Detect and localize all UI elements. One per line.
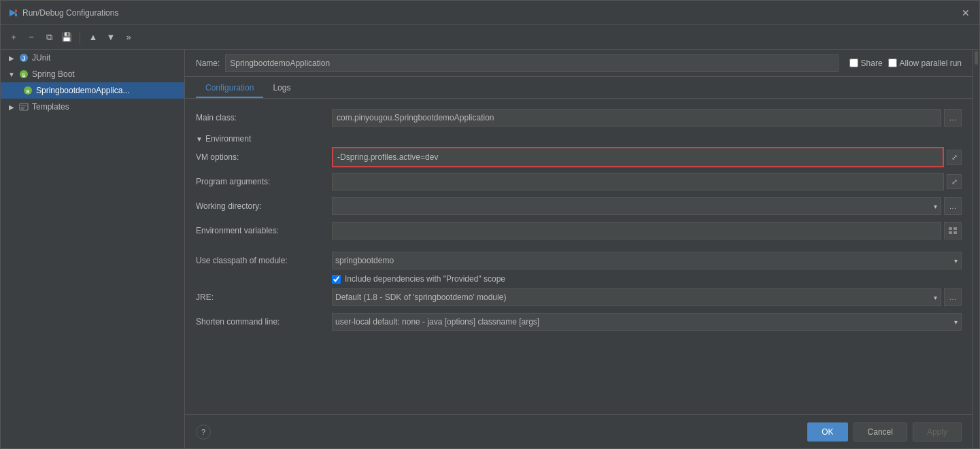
sidebar-item-label: SpringbootdemoApplica... bbox=[36, 86, 129, 95]
sidebar-item-label: Templates bbox=[32, 102, 69, 112]
close-button[interactable]: ✕ bbox=[959, 6, 973, 20]
svg-rect-13 bbox=[949, 227, 952, 230]
parallel-checkbox[interactable] bbox=[888, 59, 897, 67]
expand-icon: ▶ bbox=[6, 101, 17, 112]
jre-select[interactable]: Default (1.8 - SDK of 'springbootdemo' m… bbox=[332, 288, 941, 306]
toolbar-separator bbox=[80, 31, 80, 44]
env-vars-row: Environment variables: bbox=[196, 220, 962, 242]
jre-browse-button[interactable]: … bbox=[944, 288, 962, 306]
env-vars-label: Environment variables: bbox=[196, 226, 332, 235]
parallel-label: Allow parallel run bbox=[900, 59, 962, 68]
vm-options-expand-button[interactable]: ⤢ bbox=[947, 150, 962, 165]
environment-label: Environment bbox=[205, 134, 251, 144]
parallel-checkbox-label[interactable]: Allow parallel run bbox=[888, 59, 962, 68]
working-dir-browse-button[interactable]: … bbox=[944, 197, 962, 215]
sidebar-item-springboot[interactable]: ▼ S Spring Boot bbox=[1, 66, 184, 82]
shorten-cmd-select-wrapper: user-local default: none - java [options… bbox=[332, 313, 962, 331]
vm-options-input[interactable] bbox=[333, 148, 943, 166]
share-checkbox[interactable] bbox=[849, 59, 858, 67]
main-class-control: … bbox=[332, 109, 962, 127]
name-bar: Name: Share Allow parallel run bbox=[185, 50, 973, 77]
classpath-row: Use classpath of module: springbootdemo bbox=[196, 250, 962, 271]
run-debug-dialog: Run/Debug Configurations ✕ + − ⧉ 💾 ▲ ▼ »… bbox=[0, 0, 980, 449]
working-dir-control: … bbox=[332, 197, 962, 215]
name-input[interactable] bbox=[225, 54, 838, 72]
main-class-input[interactable] bbox=[332, 109, 941, 127]
help-button[interactable]: ? bbox=[196, 425, 211, 439]
classpath-select[interactable]: springbootdemo bbox=[332, 252, 962, 269]
sidebar-item-label: JUnit bbox=[32, 53, 50, 63]
vm-options-control: ⤢ bbox=[332, 147, 962, 167]
main-class-label: Main class: bbox=[196, 113, 332, 122]
save-button[interactable]: 💾 bbox=[59, 30, 74, 45]
program-args-expand-button[interactable]: ⤢ bbox=[947, 174, 962, 189]
move-down-button[interactable]: ▼ bbox=[103, 30, 118, 45]
title-bar: Run/Debug Configurations ✕ bbox=[1, 1, 979, 25]
include-deps-row: Include dependencies with "Provided" sco… bbox=[332, 274, 962, 284]
tab-configuration[interactable]: Configuration bbox=[196, 79, 263, 98]
name-label: Name: bbox=[196, 59, 220, 68]
springboot-icon: S bbox=[18, 69, 29, 80]
svg-rect-15 bbox=[949, 231, 952, 234]
jre-label: JRE: bbox=[196, 293, 332, 302]
tab-logs[interactable]: Logs bbox=[263, 79, 300, 98]
config-content: Main class: … ▼ Environment VM options: bbox=[185, 99, 973, 414]
main-class-browse-button[interactable]: … bbox=[944, 109, 962, 127]
toolbar: + − ⧉ 💾 ▲ ▼ » bbox=[1, 25, 979, 50]
templates-icon bbox=[18, 101, 29, 112]
vm-options-row: VM options: ⤢ bbox=[196, 146, 962, 168]
sidebar-item-templates[interactable]: ▶ Templates bbox=[1, 99, 184, 115]
expand-icon: ▶ bbox=[6, 52, 17, 63]
vm-options-input-wrapper bbox=[332, 147, 944, 167]
content-area: ▶ J JUnit ▼ S Spring Boo bbox=[1, 50, 979, 448]
working-dir-select-wrapper bbox=[332, 197, 941, 215]
shorten-cmd-label: Shorten command line: bbox=[196, 317, 332, 327]
cancel-button[interactable]: Cancel bbox=[854, 422, 907, 442]
move-up-button[interactable]: ▲ bbox=[86, 30, 101, 45]
env-vars-input[interactable] bbox=[332, 222, 941, 239]
svg-text:S: S bbox=[26, 88, 30, 95]
include-deps-checkbox[interactable] bbox=[332, 275, 341, 284]
shorten-cmd-row: Shorten command line: user-local default… bbox=[196, 311, 962, 333]
classpath-select-wrapper: springbootdemo bbox=[332, 252, 962, 269]
shorten-cmd-select[interactable]: user-local default: none - java [options… bbox=[332, 313, 962, 331]
sidebar-item-label: Spring Boot bbox=[32, 69, 75, 79]
program-args-input[interactable] bbox=[332, 173, 944, 190]
name-options: Share Allow parallel run bbox=[849, 59, 962, 68]
sidebar: ▶ J JUnit ▼ S Spring Boo bbox=[1, 50, 185, 448]
sidebar-item-junit[interactable]: ▶ J JUnit bbox=[1, 50, 184, 66]
classpath-label: Use classpath of module: bbox=[196, 256, 332, 265]
share-checkbox-label[interactable]: Share bbox=[849, 59, 883, 68]
junit-icon: J bbox=[18, 52, 29, 63]
main-panel: Name: Share Allow parallel run Configu bbox=[185, 50, 973, 448]
program-args-label: Program arguments: bbox=[196, 177, 332, 186]
environment-section-header[interactable]: ▼ Environment bbox=[196, 134, 962, 144]
jre-row: JRE: Default (1.8 - SDK of 'springbootde… bbox=[196, 286, 962, 308]
expand-icon: ▼ bbox=[6, 69, 17, 80]
svg-rect-2 bbox=[15, 14, 17, 16]
include-deps-label: Include dependencies with "Provided" sco… bbox=[345, 274, 505, 284]
dialog-title: Run/Debug Configurations bbox=[22, 8, 959, 18]
svg-rect-16 bbox=[953, 231, 957, 234]
jre-control: Default (1.8 - SDK of 'springbootdemo' m… bbox=[332, 288, 962, 306]
ok-button[interactable]: OK bbox=[807, 422, 847, 442]
apply-button[interactable]: Apply bbox=[913, 422, 962, 442]
env-vars-browse-button[interactable] bbox=[944, 222, 962, 239]
working-dir-input[interactable] bbox=[332, 197, 941, 215]
tabs-bar: Configuration Logs bbox=[185, 77, 973, 99]
svg-text:S: S bbox=[22, 72, 26, 78]
more-button[interactable]: » bbox=[121, 30, 136, 45]
right-scrollbar[interactable] bbox=[973, 50, 979, 448]
collapse-icon: ▼ bbox=[196, 135, 203, 143]
add-button[interactable]: + bbox=[6, 30, 21, 45]
copy-button[interactable]: ⧉ bbox=[41, 30, 56, 45]
remove-button[interactable]: − bbox=[24, 30, 39, 45]
jre-select-wrapper: Default (1.8 - SDK of 'springbootdemo' m… bbox=[332, 288, 941, 306]
main-class-row: Main class: … bbox=[196, 107, 962, 129]
share-label: Share bbox=[861, 59, 883, 68]
springboot-app-icon: S bbox=[22, 85, 33, 96]
shorten-cmd-control: user-local default: none - java [options… bbox=[332, 313, 962, 331]
svg-text:J: J bbox=[22, 55, 25, 62]
program-args-control: ⤢ bbox=[332, 173, 962, 190]
sidebar-item-app[interactable]: S SpringbootdemoApplica... bbox=[1, 82, 184, 99]
